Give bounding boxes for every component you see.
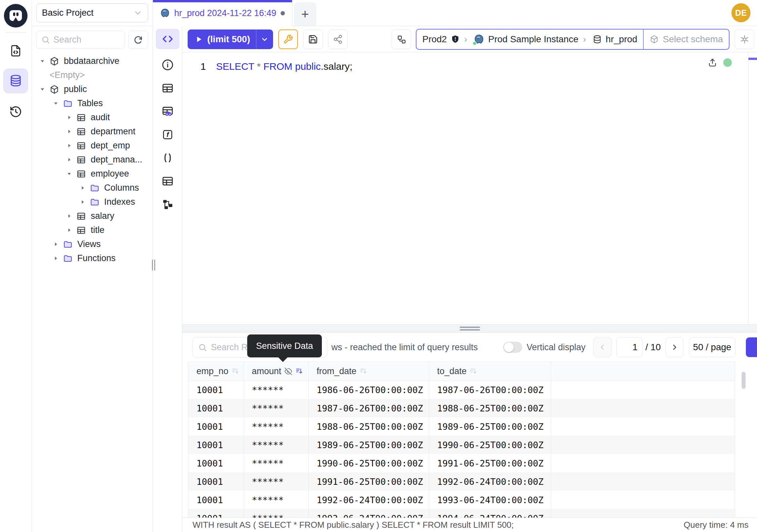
cell-to_date[interactable]: 1992-06-24T00:00:00Z — [429, 472, 551, 491]
tree-caret-right-icon[interactable] — [80, 200, 85, 204]
cell-emp_no[interactable]: 10001 — [188, 399, 244, 417]
tab-hr-prod[interactable]: hr_prod 2024-11-22 16:49 — [153, 0, 292, 26]
tree-caret-right-icon[interactable] — [67, 143, 72, 148]
sidebar-search-input[interactable] — [53, 35, 119, 45]
prev-page-button[interactable] — [593, 337, 612, 357]
run-options-caret[interactable] — [256, 29, 273, 49]
tables-panel-button[interactable] — [160, 80, 175, 96]
tree-item-employee[interactable]: employee — [32, 167, 153, 181]
cell-from_date[interactable]: 1986-06-26T00:00:00Z — [309, 381, 429, 399]
cell-from_date[interactable]: 1991-06-25T00:00:00Z — [309, 472, 429, 491]
table-row[interactable]: 10001******1988-06-25T00:00:00Z1989-06-2… — [188, 417, 735, 436]
sort-icon[interactable] — [469, 367, 477, 375]
cell-emp_no[interactable]: 10001 — [188, 491, 244, 509]
tree-item-salary[interactable]: salary — [32, 209, 153, 223]
tree-item-dept-mana-[interactable]: dept_mana... — [32, 153, 153, 167]
grid-scrollbar-thumb[interactable] — [742, 372, 745, 389]
project-selector[interactable]: Basic Project — [36, 3, 148, 22]
tree-caret-right-icon[interactable] — [67, 115, 72, 120]
tree-item--empty-[interactable]: <Empty> — [32, 68, 153, 82]
sidebar-resize-handle[interactable] — [152, 260, 155, 270]
cell-to_date[interactable]: 1993-06-24T00:00:00Z — [429, 491, 551, 509]
cell-to_date[interactable]: 1994-06-24T00:00:00Z — [429, 509, 551, 517]
tree-caret-down-icon[interactable] — [40, 59, 45, 64]
cell-from_date[interactable]: 1993-06-24T00:00:00Z — [309, 509, 429, 517]
column-header-emp_no[interactable]: emp_no — [188, 362, 244, 380]
panel-resize-handle[interactable] — [182, 324, 757, 333]
table-row[interactable]: 10001******1992-06-24T00:00:00Z1993-06-2… — [188, 491, 735, 509]
table-row[interactable]: 10001******1990-06-25T00:00:00Z1991-06-2… — [188, 454, 735, 472]
tree-caret-right-icon[interactable] — [67, 157, 72, 162]
cell-from_date[interactable]: 1987-06-26T00:00:00Z — [309, 399, 429, 417]
tree-item-functions[interactable]: Functions — [32, 251, 153, 266]
cell-to_date[interactable]: 1987-06-26T00:00:00Z — [429, 381, 551, 399]
cell-from_date[interactable]: 1992-06-24T00:00:00Z — [309, 491, 429, 509]
cell-emp_no[interactable]: 10001 — [188, 509, 244, 517]
tree-item-department[interactable]: department — [32, 124, 153, 139]
cell-amount[interactable]: ****** — [244, 417, 309, 436]
cell-from_date[interactable]: 1988-06-25T00:00:00Z — [309, 417, 429, 436]
ai-assistant-button[interactable] — [735, 29, 754, 49]
functions-panel-button[interactable]: f — [160, 127, 175, 142]
tree-caret-down-icon[interactable] — [40, 87, 45, 92]
column-header-from_date[interactable]: from_date — [309, 362, 429, 380]
sort-icon[interactable] — [359, 367, 367, 375]
external-tables-panel-button[interactable] — [160, 173, 175, 189]
page-number-input[interactable] — [616, 337, 642, 357]
cell-to_date[interactable]: 1991-06-25T00:00:00Z — [429, 454, 551, 472]
tree-caret-right-icon[interactable] — [67, 214, 72, 218]
schema-diagram-button[interactable] — [392, 29, 411, 49]
cell-from_date[interactable]: 1989-06-25T00:00:00Z — [309, 436, 429, 454]
table-row[interactable]: 10001******1991-06-25T00:00:00Z1992-06-2… — [188, 472, 735, 491]
sql-editor[interactable]: 1 SELECT * FROM public.salary; — [182, 52, 757, 324]
tree-item-dept-emp[interactable]: dept_emp — [32, 139, 153, 153]
cell-emp_no[interactable]: 10001 — [188, 454, 244, 472]
cell-emp_no[interactable]: 10001 — [188, 417, 244, 436]
run-query-button[interactable]: (limit 500) — [188, 29, 273, 49]
cell-amount[interactable]: ****** — [244, 381, 309, 399]
sort-active-icon[interactable] — [295, 367, 303, 375]
breadcrumb-environment[interactable]: Prod2 › — [416, 29, 474, 49]
next-page-button[interactable] — [665, 337, 684, 357]
column-header-to_date[interactable]: to_date — [429, 362, 551, 380]
database-nav-button[interactable] — [3, 69, 28, 93]
vertical-display-toggle[interactable] — [503, 342, 522, 353]
column-header-amount[interactable]: amount — [244, 362, 309, 380]
cell-emp_no[interactable]: 10001 — [188, 472, 244, 491]
procedures-panel-button[interactable] — [160, 150, 175, 166]
tree-caret-down-icon[interactable] — [53, 101, 58, 106]
cell-to_date[interactable]: 1990-06-25T00:00:00Z — [429, 436, 551, 454]
editor-overview-ruler[interactable] — [748, 52, 757, 324]
avatar[interactable]: DE — [732, 3, 750, 22]
cell-emp_no[interactable]: 10001 — [188, 381, 244, 399]
cell-amount[interactable]: ****** — [244, 399, 309, 417]
export-button[interactable] — [746, 337, 757, 357]
table-row[interactable]: 10001******1989-06-25T00:00:00Z1990-06-2… — [188, 436, 735, 454]
worksheet-nav-button[interactable] — [3, 38, 28, 63]
tree-caret-right-icon[interactable] — [53, 256, 58, 261]
tree-caret-right-icon[interactable] — [53, 242, 58, 247]
tree-caret-right-icon[interactable] — [67, 228, 72, 233]
cell-to_date[interactable]: 1988-06-25T00:00:00Z — [429, 399, 551, 417]
info-button[interactable] — [160, 57, 175, 73]
save-sheet-button[interactable] — [303, 29, 323, 49]
new-tab-button[interactable]: + — [294, 2, 316, 26]
sort-icon[interactable] — [231, 367, 239, 375]
page-size-select[interactable]: 50 / page — [689, 337, 735, 357]
cell-emp_no[interactable]: 10001 — [188, 436, 244, 454]
er-diagram-button[interactable] — [160, 197, 175, 212]
tree-item-views[interactable]: Views — [32, 237, 153, 251]
tree-item-indexes[interactable]: Indexes — [32, 195, 153, 209]
table-row[interactable]: 10001******1986-06-26T00:00:00Z1987-06-2… — [188, 381, 735, 399]
tree-caret-right-icon[interactable] — [80, 185, 85, 190]
cell-amount[interactable]: ****** — [244, 472, 309, 491]
tree-item-columns[interactable]: Columns — [32, 181, 153, 195]
tree-item-audit[interactable]: audit — [32, 110, 153, 124]
schema-selector[interactable]: Select schema — [643, 29, 729, 49]
tree-item-tables[interactable]: Tables — [32, 96, 153, 110]
admin-mode-button[interactable] — [278, 29, 298, 49]
cell-from_date[interactable]: 1990-06-25T00:00:00Z — [309, 454, 429, 472]
cell-amount[interactable]: ****** — [244, 491, 309, 509]
sensitive-data-panel-button[interactable] — [160, 104, 175, 119]
upload-sheet-button[interactable] — [708, 58, 717, 68]
